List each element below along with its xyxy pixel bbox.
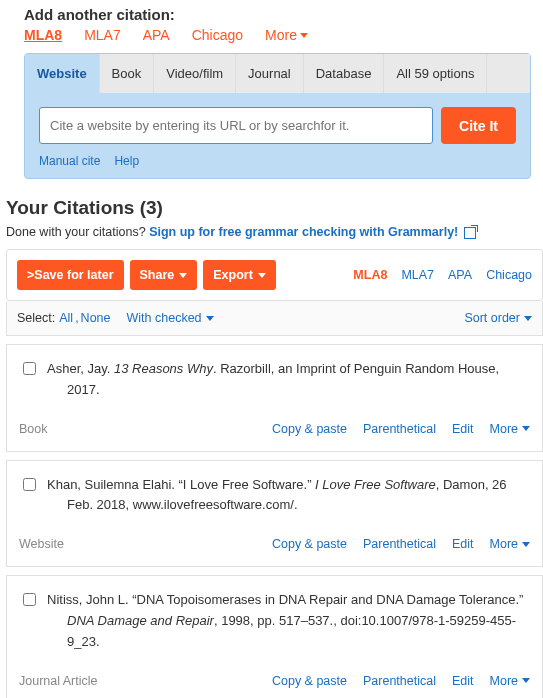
edit-link[interactable]: Edit: [452, 419, 474, 439]
chevron-down-icon: [522, 426, 530, 431]
citation-checkbox[interactable]: [23, 478, 36, 491]
done-prefix: Done with your citations?: [6, 225, 149, 239]
citation-pre: Nitiss, John L. “DNA Topoisomerases in D…: [47, 592, 523, 607]
cite-panel: Website Book Video/film Journal Database…: [24, 53, 531, 179]
select-label: Select:: [17, 311, 55, 325]
add-citation-title: Add another citation:: [24, 6, 531, 23]
with-checked-dropdown[interactable]: With checked: [127, 311, 214, 325]
citation-text: Asher, Jay. 13 Reasons Why. Razorbill, a…: [47, 359, 530, 401]
parenthetical-link[interactable]: Parenthetical: [363, 671, 436, 691]
style-tabs: MLA8 MLA7 APA Chicago More: [24, 27, 531, 43]
style-tab-chicago[interactable]: Chicago: [192, 27, 243, 43]
citation-card: Asher, Jay. 13 Reasons Why. Razorbill, a…: [6, 344, 543, 452]
chevron-down-icon: [206, 316, 214, 321]
style-link-chicago[interactable]: Chicago: [486, 268, 532, 282]
citation-checkbox[interactable]: [23, 362, 36, 375]
cite-it-button[interactable]: Cite It: [441, 107, 516, 144]
citation-actions: Copy & pasteParentheticalEditMore: [272, 671, 530, 691]
citation-type: Journal Article: [19, 671, 98, 691]
citation-type: Website: [19, 534, 64, 554]
source-tab-database[interactable]: Database: [304, 54, 385, 93]
external-link-icon: [464, 227, 476, 239]
citation-card: Nitiss, John L. “DNA Topoisomerases in D…: [6, 575, 543, 698]
citation-title: I Love Free Software: [315, 477, 436, 492]
style-links: MLA8 MLA7 APA Chicago: [353, 268, 532, 282]
copy-paste-link[interactable]: Copy & paste: [272, 534, 347, 554]
parenthetical-link[interactable]: Parenthetical: [363, 534, 436, 554]
more-label: More: [265, 27, 297, 43]
with-checked-label: With checked: [127, 311, 202, 325]
filter-bar: Select: All, None With checked Sort orde…: [6, 301, 543, 336]
citation-card: Khan, Suilemna Elahi. “I Love Free Softw…: [6, 460, 543, 568]
grammarly-label: Sign up for free grammar checking with G…: [149, 225, 458, 239]
select-none-link[interactable]: None: [81, 311, 111, 325]
save-for-later-button[interactable]: >Save for later: [17, 260, 124, 290]
export-button[interactable]: Export: [203, 260, 276, 290]
done-row: Done with your citations? Sign up for fr…: [6, 225, 543, 239]
citation-title: DNA Damage and Repair: [67, 613, 214, 628]
style-link-mla8[interactable]: MLA8: [353, 268, 387, 282]
chevron-down-icon: [524, 316, 532, 321]
sort-order-dropdown[interactable]: Sort order: [464, 311, 532, 325]
source-tab-all[interactable]: All 59 options: [384, 54, 487, 93]
chevron-down-icon: [300, 33, 308, 38]
cite-search-input[interactable]: [39, 107, 433, 144]
citation-type: Book: [19, 419, 48, 439]
citation-checkbox[interactable]: [23, 593, 36, 606]
style-tab-mla7[interactable]: MLA7: [84, 27, 121, 43]
your-citations-heading: Your Citations (3): [6, 197, 543, 219]
citation-pre: Asher, Jay.: [47, 361, 114, 376]
citation-actions: Copy & pasteParentheticalEditMore: [272, 534, 530, 554]
style-tab-mla8[interactable]: MLA8: [24, 27, 62, 43]
copy-paste-link[interactable]: Copy & paste: [272, 671, 347, 691]
citation-text: Khan, Suilemna Elahi. “I Love Free Softw…: [47, 475, 530, 517]
edit-link[interactable]: Edit: [452, 671, 474, 691]
copy-paste-link[interactable]: Copy & paste: [272, 419, 347, 439]
parenthetical-link[interactable]: Parenthetical: [363, 419, 436, 439]
source-tab-book[interactable]: Book: [100, 54, 155, 93]
comma: ,: [75, 311, 78, 325]
citation-title: 13 Reasons Why: [114, 361, 213, 376]
citation-actions: Copy & pasteParentheticalEditMore: [272, 419, 530, 439]
chevron-down-icon: [522, 678, 530, 683]
grammarly-link[interactable]: Sign up for free grammar checking with G…: [149, 225, 476, 239]
style-tab-more[interactable]: More: [265, 27, 308, 43]
sort-label: Sort order: [464, 311, 520, 325]
chevron-down-icon: [522, 542, 530, 547]
chevron-down-icon: [179, 273, 187, 278]
export-label: Export: [213, 268, 253, 282]
citation-pre: Khan, Suilemna Elahi. “I Love Free Softw…: [47, 477, 315, 492]
source-tab-video[interactable]: Video/film: [154, 54, 236, 93]
edit-link[interactable]: Edit: [452, 534, 474, 554]
help-link[interactable]: Help: [114, 154, 139, 168]
select-all-link[interactable]: All: [59, 311, 73, 325]
style-tab-apa[interactable]: APA: [143, 27, 170, 43]
chevron-down-icon: [258, 273, 266, 278]
more-dropdown[interactable]: More: [490, 419, 530, 439]
style-link-mla7[interactable]: MLA7: [401, 268, 434, 282]
more-dropdown[interactable]: More: [490, 671, 530, 691]
source-tab-journal[interactable]: Journal: [236, 54, 304, 93]
share-label: Share: [140, 268, 175, 282]
style-link-apa[interactable]: APA: [448, 268, 472, 282]
share-button[interactable]: Share: [130, 260, 198, 290]
source-tab-website[interactable]: Website: [25, 54, 100, 93]
manual-cite-link[interactable]: Manual cite: [39, 154, 100, 168]
action-bar: >Save for later Share Export MLA8 MLA7 A…: [6, 249, 543, 301]
more-dropdown[interactable]: More: [490, 534, 530, 554]
citation-text: Nitiss, John L. “DNA Topoisomerases in D…: [47, 590, 530, 652]
source-tabs: Website Book Video/film Journal Database…: [25, 54, 530, 93]
